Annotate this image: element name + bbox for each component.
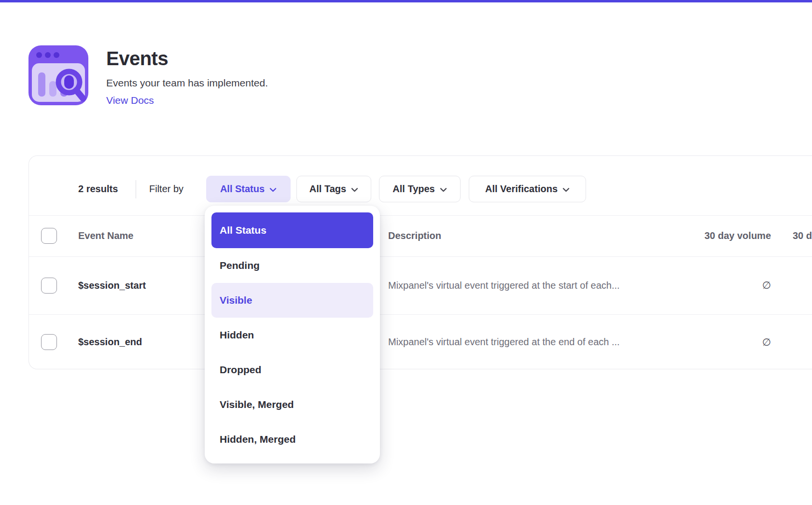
events-app-icon <box>28 45 88 105</box>
event-name-cell[interactable]: $session_end <box>78 314 142 370</box>
status-filter-dropdown: All Status Pending Visible Hidden Droppe… <box>205 206 380 463</box>
chevron-down-icon <box>351 187 358 192</box>
filter-all-types-button[interactable]: All Types <box>379 176 461 202</box>
table-row: $session_end Mixpanel's virtual event tr… <box>29 314 812 370</box>
dropdown-option-pending[interactable]: Pending <box>211 248 373 283</box>
chevron-down-icon <box>440 187 447 192</box>
table-header-row: Event Name Description 30 day volume 30 … <box>29 215 812 256</box>
events-page: Events Events your team has implemented.… <box>0 0 812 505</box>
dropdown-option-visible-merged[interactable]: Visible, Merged <box>211 387 373 422</box>
select-all-checkbox[interactable] <box>41 228 57 244</box>
event-description-cell: Mixpanel's virtual event triggered at th… <box>388 256 620 314</box>
chevron-down-icon <box>269 187 277 192</box>
events-card: 2 results Filter by All Status All Tags … <box>28 155 812 369</box>
event-volume-cell: ∅ <box>762 314 771 370</box>
top-accent-bar <box>0 0 812 2</box>
view-docs-link[interactable]: View Docs <box>106 95 154 106</box>
column-header-event-name: Event Name <box>78 215 134 256</box>
column-header-30-day-volume: 30 day volume <box>704 215 771 256</box>
filter-all-status-label: All Status <box>220 183 265 195</box>
table-row: $session_start Mixpanel's virtual event … <box>29 256 812 314</box>
filter-by-label: Filter by <box>149 176 183 202</box>
filter-all-verifications-button[interactable]: All Verifications <box>469 176 586 202</box>
results-count: 2 results <box>78 176 118 202</box>
event-name-cell[interactable]: $session_start <box>78 256 146 314</box>
chevron-down-icon <box>562 187 570 192</box>
dropdown-option-all-status[interactable]: All Status <box>211 212 373 248</box>
row-checkbox[interactable] <box>41 278 57 294</box>
dropdown-option-visible[interactable]: Visible <box>211 283 373 318</box>
row-checkbox[interactable] <box>41 334 57 350</box>
page-title: Events <box>106 48 168 70</box>
filter-all-status-button[interactable]: All Status <box>206 176 291 202</box>
event-description-cell: Mixpanel's virtual event triggered at th… <box>388 314 620 370</box>
filter-all-tags-button[interactable]: All Tags <box>296 176 371 202</box>
event-volume-cell: ∅ <box>762 256 771 314</box>
filter-all-types-label: All Types <box>392 183 434 195</box>
dropdown-option-hidden-merged[interactable]: Hidden, Merged <box>211 422 373 457</box>
page-subtitle: Events your team has implemented. <box>106 77 268 89</box>
filter-toolbar: 2 results Filter by All Status All Tags … <box>29 176 812 202</box>
filter-all-verifications-label: All Verifications <box>485 183 558 195</box>
filter-all-tags-label: All Tags <box>309 183 346 195</box>
column-header-description: Description <box>388 215 441 256</box>
dropdown-option-dropped[interactable]: Dropped <box>211 352 373 387</box>
toolbar-divider <box>136 180 136 198</box>
column-header-truncated: 30 d <box>793 215 812 256</box>
dropdown-option-hidden[interactable]: Hidden <box>211 318 373 352</box>
